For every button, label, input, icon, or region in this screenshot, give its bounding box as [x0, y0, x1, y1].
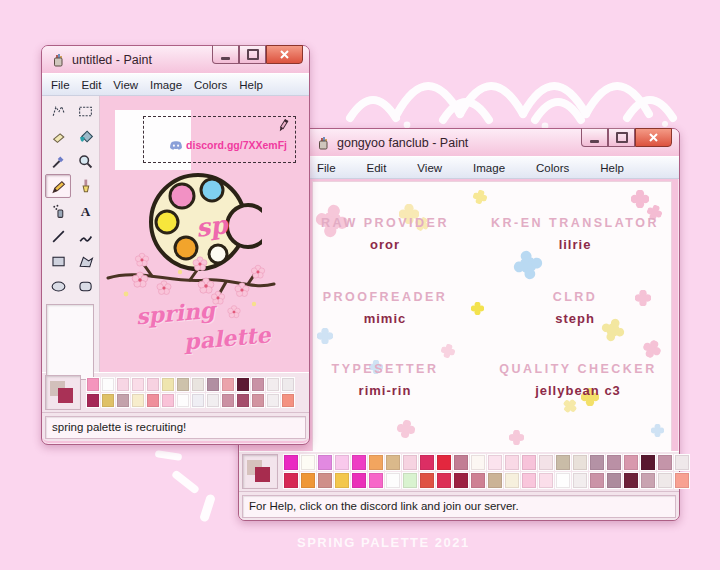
palette-swatch[interactable] [351, 472, 367, 489]
palette-swatch[interactable] [146, 377, 160, 392]
palette-swatch[interactable] [657, 454, 673, 471]
minimize-button[interactable] [581, 128, 608, 147]
palette-swatch[interactable] [402, 472, 418, 489]
tool-curve[interactable] [72, 224, 98, 248]
tool-pick-color[interactable] [45, 149, 71, 173]
current-colors-indicator[interactable] [242, 454, 278, 489]
palette-swatch[interactable] [640, 472, 656, 489]
palette-swatch[interactable] [236, 393, 250, 408]
palette-swatch[interactable] [251, 377, 265, 392]
palette-swatch[interactable] [572, 472, 588, 489]
palette-swatch[interactable] [521, 454, 537, 471]
palette-swatch[interactable] [116, 377, 130, 392]
palette-swatch[interactable] [453, 472, 469, 489]
titlebar[interactable]: untitled - Paint [42, 46, 309, 73]
menu-item-edit[interactable]: Edit [367, 162, 387, 174]
palette-swatch[interactable] [101, 377, 115, 392]
palette-swatch[interactable] [538, 454, 554, 471]
discord-invite-link[interactable]: discord.gg/7XXemFj [186, 139, 287, 151]
palette-swatch[interactable] [251, 393, 265, 408]
palette-swatch[interactable] [131, 393, 145, 408]
palette-swatch[interactable] [521, 472, 537, 489]
palette-swatch[interactable] [657, 472, 673, 489]
palette-swatch[interactable] [281, 393, 295, 408]
palette-swatch[interactable] [589, 472, 605, 489]
menu-item-edit[interactable]: Edit [82, 79, 102, 91]
palette-swatch[interactable] [572, 454, 588, 471]
menu-item-colors[interactable]: Colors [194, 79, 227, 91]
palette-swatch[interactable] [402, 454, 418, 471]
palette-swatch[interactable] [206, 377, 220, 392]
palette-swatch[interactable] [640, 454, 656, 471]
palette-swatch[interactable] [317, 472, 333, 489]
minimize-button[interactable] [212, 45, 239, 64]
palette-swatch[interactable] [487, 472, 503, 489]
palette-swatch[interactable] [419, 472, 435, 489]
palette-swatch[interactable] [368, 472, 384, 489]
palette-swatch[interactable] [674, 472, 690, 489]
palette-swatch[interactable] [86, 377, 100, 392]
current-colors-indicator[interactable] [45, 375, 81, 410]
tool-select[interactable] [72, 99, 98, 123]
palette-swatch[interactable] [538, 472, 554, 489]
palette-swatch[interactable] [131, 377, 145, 392]
tool-magnifier[interactable] [72, 149, 98, 173]
palette-swatch[interactable] [146, 393, 160, 408]
close-button[interactable] [635, 128, 672, 147]
menu-item-file[interactable]: File [51, 79, 70, 91]
palette-swatch[interactable] [436, 472, 452, 489]
palette-swatch[interactable] [385, 454, 401, 471]
palette-swatch[interactable] [589, 454, 605, 471]
palette-swatch[interactable] [176, 393, 190, 408]
palette-swatch[interactable] [161, 377, 175, 392]
palette-swatch[interactable] [368, 454, 384, 471]
palette-swatch[interactable] [623, 472, 639, 489]
close-button[interactable] [266, 45, 303, 64]
palette-swatch[interactable] [300, 472, 316, 489]
palette-swatch[interactable] [623, 454, 639, 471]
palette-swatch[interactable] [674, 454, 690, 471]
palette-swatch[interactable] [487, 454, 503, 471]
menu-item-help[interactable]: Help [600, 162, 624, 174]
palette-swatch[interactable] [334, 472, 350, 489]
palette-swatch[interactable] [453, 454, 469, 471]
palette-swatch[interactable] [606, 454, 622, 471]
menu-item-help[interactable]: Help [239, 79, 263, 91]
maximize-button[interactable] [239, 45, 266, 64]
menu-item-colors[interactable]: Colors [536, 162, 569, 174]
palette-swatch[interactable] [176, 377, 190, 392]
palette-swatch[interactable] [266, 393, 280, 408]
palette-swatch[interactable] [606, 472, 622, 489]
palette-swatch[interactable] [101, 393, 115, 408]
tool-free-form-select[interactable] [45, 99, 71, 123]
palette-swatch[interactable] [555, 472, 571, 489]
palette-swatch[interactable] [191, 377, 205, 392]
palette-swatch[interactable] [266, 377, 280, 392]
palette-swatch[interactable] [385, 472, 401, 489]
palette-swatch[interactable] [221, 377, 235, 392]
tool-brush[interactable] [72, 174, 98, 198]
menu-item-view[interactable]: View [113, 79, 138, 91]
menu-item-file[interactable]: File [317, 162, 336, 174]
palette-swatch[interactable] [283, 454, 299, 471]
menu-item-image[interactable]: Image [473, 162, 505, 174]
palette-swatch[interactable] [300, 454, 316, 471]
tool-pencil[interactable] [45, 174, 71, 198]
palette-swatch[interactable] [86, 393, 100, 408]
tool-rounded-rectangle[interactable] [72, 274, 98, 298]
palette-swatch[interactable] [221, 393, 235, 408]
tool-line[interactable] [45, 224, 71, 248]
palette-swatch[interactable] [351, 454, 367, 471]
tool-eraser[interactable] [45, 124, 71, 148]
maximize-button[interactable] [608, 128, 635, 147]
tool-rectangle[interactable] [45, 249, 71, 273]
palette-swatch[interactable] [161, 393, 175, 408]
palette-swatch[interactable] [555, 454, 571, 471]
palette-swatch[interactable] [206, 393, 220, 408]
palette-swatch[interactable] [283, 472, 299, 489]
tool-options-box[interactable] [46, 304, 94, 380]
palette-swatch[interactable] [334, 454, 350, 471]
palette-swatch[interactable] [470, 454, 486, 471]
tool-ellipse[interactable] [45, 274, 71, 298]
palette-swatch[interactable] [470, 472, 486, 489]
